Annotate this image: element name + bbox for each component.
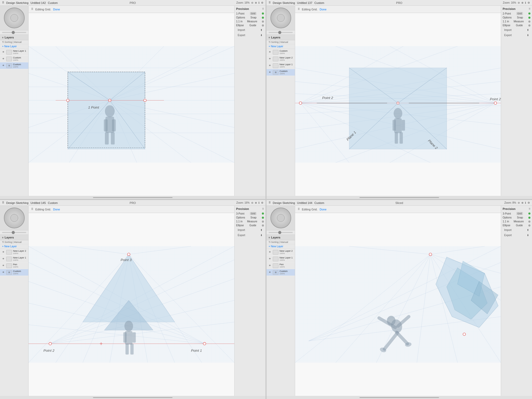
canvas-background[interactable] [295,213,501,396]
done-button[interactable]: Done [320,8,327,11]
compass[interactable] [270,8,291,28]
precision-measure-row[interactable]: 1.1 in Measure [236,220,264,223]
import-button[interactable]: Import ⬆ [503,28,530,32]
eye-icon[interactable]: 👁 [2,264,5,267]
precision-ellipse-row[interactable]: Ellipse Guide [503,224,530,227]
grid-tag[interactable]: Grid [250,12,256,15]
eye-icon[interactable]: 👁 [268,64,272,67]
layer-item[interactable]: 👁 Custom 100% [0,56,28,62]
slider-area[interactable] [267,230,295,235]
zoom-in-icon[interactable]: ⊕ [521,1,523,4]
eye-icon[interactable]: 👁 [2,251,5,254]
precision-measure-row[interactable]: 1.1 in Measure [503,20,530,23]
precision-measure-row[interactable]: 1.1 in Measure [503,220,530,223]
slider-thumb[interactable] [12,231,15,234]
new-layer-button[interactable]: + New Layer [267,44,295,49]
precision-options-row[interactable]: Options Snap [236,216,264,219]
new-layer-button[interactable]: + New Layer [0,244,28,249]
eye-icon[interactable]: 👁 [268,51,272,54]
slider-thumb[interactable] [278,31,281,34]
precision-ellipse-row[interactable]: Ellipse Guide [503,24,530,27]
zoom-in-icon[interactable]: ⊕ [255,1,257,4]
compass[interactable] [4,208,25,228]
layer-item[interactable]: 👁 Custom 100% [267,49,295,56]
zoom-in-icon[interactable]: ⊕ [255,201,257,204]
layer-item[interactable]: 👁 New Layer 1 100% [267,62,295,69]
import-button[interactable]: Import ⬆ [236,28,264,32]
slider-track[interactable] [2,32,26,33]
grid-tag[interactable]: Grid [516,12,523,15]
eye-icon[interactable]: 👁 [268,271,272,274]
precision-point-type[interactable]: 3-Point Grid [236,212,264,215]
slider-area[interactable] [0,230,28,235]
eye-icon[interactable]: 👁 [2,271,5,274]
eye-icon[interactable]: 👁 [268,264,272,267]
layer-item-active[interactable]: 👁 ⊞ Custom 100% [0,269,28,276]
settings-icon[interactable]: ⚙ [528,201,530,204]
slider-area[interactable] [0,30,28,35]
eye-icon[interactable]: 👁 [2,58,5,60]
slider-track[interactable] [2,232,26,233]
eye-icon[interactable]: 👁 [2,64,5,67]
import-button[interactable]: Import ⬆ [236,228,264,232]
export-button[interactable]: Export ⬇ [503,233,530,237]
canvas-bottom-left[interactable]: ⠿ Editing Grid. Done [29,206,234,396]
layer-item[interactable]: 👁 New Layer 2 100% [0,249,28,256]
canvas-background[interactable]: Point 3 Point 2 Point 1 [29,213,234,396]
precision-point-type[interactable]: 3-Point Grid [503,212,530,215]
layer-item[interactable]: 👁 New Layer 1 100% [0,49,28,56]
eye-icon[interactable]: 👁 [268,58,272,60]
eye-icon[interactable]: 👁 [268,258,272,260]
zoom-out-icon[interactable]: ⊖ [518,1,520,4]
precision-ellipse-row[interactable]: Ellipse Guide [236,24,264,27]
canvas-top-left[interactable]: ⠿ Editing Grid. Done [29,6,234,196]
canvas-top-right[interactable]: ⠿ Editing Grid. Done [295,6,501,196]
slider-area[interactable] [267,30,295,35]
compass[interactable] [4,8,25,28]
eye-icon[interactable]: 👁 [2,51,5,54]
zoom-in-icon[interactable]: ⊕ [521,201,523,204]
layer-item[interactable]: 👁 Pen 100% [267,262,295,269]
done-button[interactable]: Done [53,8,60,11]
new-layer-button[interactable]: + New Layer [267,244,295,249]
settings-icon[interactable]: ⚙ [261,1,263,4]
layer-item[interactable]: 👁 New Layer 2 100% [267,249,295,256]
zoom-out-icon[interactable]: ⊖ [518,201,520,204]
canvas-background[interactable]: 1 Point [29,13,234,196]
info-icon[interactable]: ℹ [525,201,526,204]
info-icon[interactable]: ℹ [258,1,260,4]
layer-item[interactable]: 👁 New Layer 1 100% [267,256,295,262]
precision-options-row[interactable]: Options Snap [503,16,530,19]
info-icon[interactable]: ℹ [525,1,526,4]
compass[interactable] [270,208,291,228]
grid-tag[interactable]: Grid [516,212,523,215]
done-button[interactable]: Done [53,208,60,211]
done-button[interactable]: Done [320,208,327,211]
layer-item[interactable]: 👁 Pen 100% [0,262,28,269]
eye-icon[interactable]: 👁 [2,258,5,260]
settings-icon[interactable]: ⚙ [261,201,263,204]
layer-item-active[interactable]: 👁 ⊞ Custom 100% [267,69,295,76]
canvas-bottom-right[interactable]: ⠿ Editing Grid. Done [295,206,501,396]
export-button[interactable]: Export ⬇ [236,233,264,237]
precision-options-row[interactable]: Options Snap [503,216,530,219]
eye-icon[interactable]: 👁 [268,251,272,254]
zoom-out-icon[interactable]: ⊖ [251,201,253,204]
settings-icon[interactable]: ⚙ [528,1,530,4]
info-icon[interactable]: ℹ [258,201,260,204]
precision-point-type[interactable]: 1-Point Grid [236,12,264,15]
slider-thumb[interactable] [12,31,15,34]
eye-icon[interactable]: 👁 [268,71,272,74]
import-button[interactable]: Import ⬆ [503,228,530,232]
export-button[interactable]: Export ⬇ [236,33,264,37]
zoom-out-icon[interactable]: ⊖ [251,1,253,4]
layer-item-active[interactable]: 👁 ⊞ Custom 100% [267,269,295,276]
slider-track[interactable] [269,232,293,233]
new-layer-button[interactable]: + New Layer [0,44,28,49]
layer-item[interactable]: 👁 New Layer 2 100% [267,56,295,62]
precision-point-type[interactable]: 2-Point Grid [503,12,530,15]
slider-track[interactable] [269,32,293,33]
precision-measure-row[interactable]: 1.1 in Measure [236,20,264,23]
precision-options-row[interactable]: Options Snap [236,16,264,19]
layer-item[interactable]: 👁 New Layer 1 100% [0,256,28,262]
